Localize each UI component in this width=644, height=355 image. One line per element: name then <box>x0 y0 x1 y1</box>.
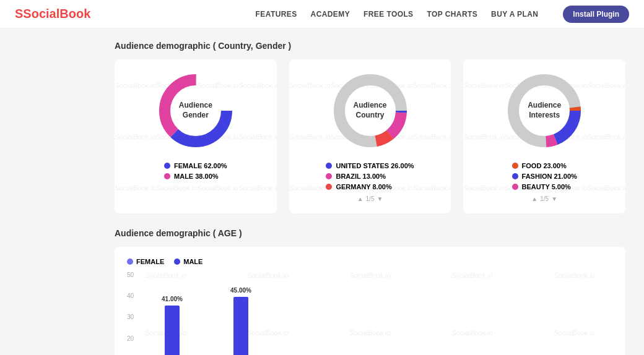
interests-page: 1/5 <box>540 195 549 202</box>
male-bar: 41.00% <box>165 306 180 355</box>
bar-legend: FEMALE MALE <box>127 258 613 265</box>
food-label: FOOD 23.00% <box>522 162 567 169</box>
y-axis: 0 10 20 30 40 50 <box>127 272 136 355</box>
country-donut: AudienceCountry <box>330 71 411 151</box>
germany-label: GERMANY 8.00% <box>336 183 391 190</box>
interests-legend-food: FOOD 23.00% <box>512 162 577 169</box>
country-legend-germany: GERMANY 8.00% <box>326 183 414 190</box>
bar-legend-female: FEMALE <box>127 258 164 265</box>
country-page: 1/5 <box>366 195 375 202</box>
gender-donut: AudienceGender <box>155 71 236 151</box>
interests-next-icon[interactable]: ▼ <box>551 195 557 202</box>
male-label: MALE 38.00% <box>174 173 219 180</box>
interests-donut: AudienceInterests <box>504 71 585 151</box>
gender-legend: FEMALE 62.00% MALE 38.00% <box>164 162 227 180</box>
section2-title: Audience demographic ( AGE ) <box>115 228 625 238</box>
gender-donut-label: AudienceGender <box>179 101 212 120</box>
bar-group: 41.00%13-17 <box>148 286 180 355</box>
bar-group: 45.00%18-24 <box>217 286 248 355</box>
age-bar-section: SocialBook.ioSocialBook.ioSocialBook.ioS… <box>115 247 625 355</box>
interests-card: SocialBook.ioSocialBook.ioSocialBook.ioS… <box>463 59 625 213</box>
country-legend-us: UNITED STATES 26.00% <box>326 162 414 169</box>
gender-donut-wrap: AudienceGender FEMALE 62.00% MALE 38.00% <box>127 71 264 180</box>
fashion-label: FASHION 21.00% <box>522 173 577 180</box>
country-pagination: ▲ 1/5 ▼ <box>357 195 383 202</box>
male-dot <box>164 173 170 179</box>
nav-features[interactable]: FEATURES <box>256 10 297 19</box>
bar-group: 10.00%25-34 <box>285 286 317 355</box>
bar-male-dot <box>174 259 180 265</box>
beauty-dot <box>512 184 518 190</box>
y-label-30: 30 <box>127 314 134 320</box>
next-icon[interactable]: ▼ <box>376 195 383 202</box>
nav-buy-plan[interactable]: BUY A PLAN <box>491 10 538 19</box>
nav-links: FEATURES ACADEMY FREE TOOLS TOP CHARTS B… <box>256 6 629 23</box>
demographic-row: SocialBook.ioSocialBook.ioSocialBook.ioS… <box>115 59 625 213</box>
interests-donut-wrap: AudienceInterests FOOD 23.00% FASHION 21… <box>476 71 613 202</box>
nav-academy[interactable]: ACADEMY <box>311 10 350 19</box>
bar-legend-male: MALE <box>174 258 202 265</box>
logo: SSocialBook <box>15 7 90 21</box>
interests-legend-fashion: FASHION 21.00% <box>512 173 577 180</box>
gender-legend-female: FEMALE 62.00% <box>164 162 227 169</box>
prev-icon[interactable]: ▲ <box>357 195 363 202</box>
female-label: FEMALE 62.00% <box>174 162 227 169</box>
brazil-label: BRAZIL 13.00% <box>336 173 386 180</box>
country-donut-wrap: AudienceCountry UNITED STATES 26.00% BRA… <box>302 71 439 202</box>
country-legend: UNITED STATES 26.00% BRAZIL 13.00% GERMA… <box>326 162 414 190</box>
bar-female-dot <box>127 259 133 265</box>
nav-top-charts[interactable]: TOP CHARTS <box>427 10 478 19</box>
gender-legend-male: MALE 38.00% <box>164 173 227 180</box>
germany-dot <box>326 184 332 190</box>
interests-donut-label: AudienceInterests <box>528 101 561 120</box>
bar-male-label: MALE <box>183 258 202 265</box>
interests-pagination: ▲ 1/5 ▼ <box>531 195 557 202</box>
bar-group: 0.00%35-44 <box>354 286 386 355</box>
bar-female-label: FEMALE <box>136 258 164 265</box>
interests-legend: FOOD 23.00% FASHION 21.00% BEAUTY 5.00% <box>512 162 577 190</box>
food-dot <box>512 163 518 169</box>
interests-prev-icon[interactable]: ▲ <box>531 195 537 202</box>
male-bar: 45.00% <box>233 297 248 355</box>
interests-legend-beauty: BEAUTY 5.00% <box>512 183 577 190</box>
country-card: SocialBook.ioSocialBook.ioSocialBook.ioS… <box>289 59 451 213</box>
us-dot <box>326 163 332 169</box>
country-donut-label: AudienceCountry <box>353 101 386 120</box>
nav-free-tools[interactable]: FREE TOOLS <box>363 10 413 19</box>
gender-card: SocialBook.ioSocialBook.ioSocialBook.ioS… <box>115 59 277 213</box>
beauty-label: BEAUTY 5.00% <box>522 183 571 190</box>
section1-title: Audience demographic ( Country, Gender ) <box>115 41 625 51</box>
y-label-20: 20 <box>127 335 134 342</box>
us-label: UNITED STATES 26.00% <box>336 162 414 169</box>
y-label-50: 50 <box>127 272 134 278</box>
fashion-dot <box>512 173 518 179</box>
y-label-40: 40 <box>127 293 134 299</box>
brazil-dot <box>326 173 332 179</box>
logo-s: S <box>15 7 23 20</box>
install-plugin-button[interactable]: Install Plugin <box>563 6 629 23</box>
logo-text: SocialBook <box>23 7 90 20</box>
female-dot <box>164 163 170 169</box>
country-legend-brazil: BRAZIL 13.00% <box>326 173 414 180</box>
